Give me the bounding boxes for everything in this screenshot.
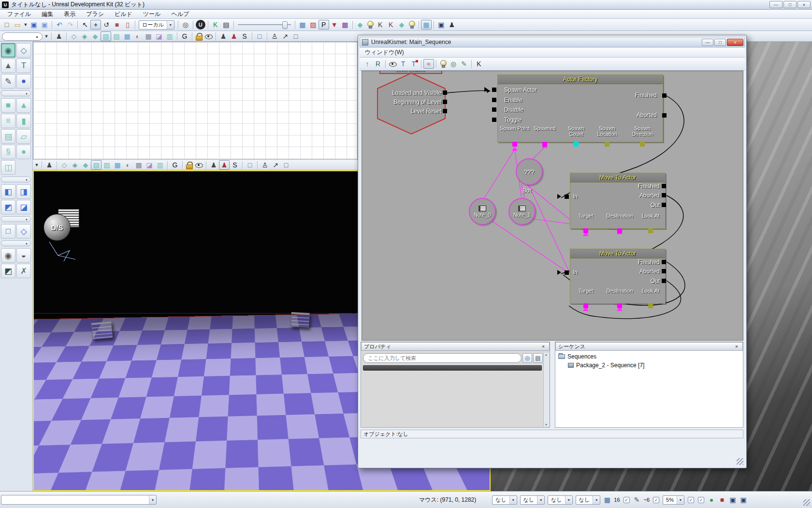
perspective-camera-button[interactable]: ♟ [218,31,229,41]
brush-wireframe-mode-button[interactable]: ◈ [79,31,90,41]
camera-mode-button[interactable]: ◉ [1,43,15,58]
unreal-camera-button[interactable]: ♟ [219,160,230,170]
add-volume-button[interactable]: ◇ [16,224,31,239]
square-toggle-button[interactable]: □ [254,31,265,41]
variable-port[interactable] [617,228,622,233]
brush-wireframe-mode-button[interactable]: ◈ [70,160,80,170]
csg-add-button[interactable]: ◧ [1,184,15,199]
variable-port[interactable] [583,228,588,233]
rotation-snap-icon[interactable]: ✎ [632,495,642,505]
perspective-camera-button[interactable]: ♟ [208,160,219,170]
status-combo-1[interactable]: なし▼ [492,495,517,505]
lighting-quality-button[interactable] [408,20,415,29]
autosave-checkbox[interactable]: ✓ [698,497,704,503]
update-node-button[interactable]: ✎ [459,59,469,69]
sheet-brush-button[interactable]: ▱ [16,129,31,144]
kismet-close-button[interactable]: × [727,39,743,46]
curved-connections-toggle[interactable]: ≈ [423,59,434,69]
kismet-menu-window[interactable]: ウィンドウ(W) [360,48,409,57]
status-combo-3[interactable]: なし▼ [548,495,573,505]
variable-port[interactable] [617,303,622,308]
kismet-graph-canvas[interactable]: Level Loaded Loaded and Visible Beginnin… [362,71,743,341]
sequences-panel-header[interactable]: シーケンス × [555,342,743,351]
detail-lighting-button[interactable]: ▨ [111,31,122,41]
palette-collapse-brushes[interactable]: ▲ [1,177,31,182]
translate-tool-button[interactable]: + [90,20,101,30]
input-port[interactable] [565,194,569,199]
properties-close-button[interactable]: × [540,343,547,350]
redo-button[interactable]: ↷ [65,20,75,30]
input-port[interactable] [492,88,496,92]
lock-viewport-icon[interactable] [196,32,202,40]
variable-port[interactable] [583,303,588,308]
texture-density-button[interactable]: ▥ [164,31,175,41]
viewport-menu-button[interactable]: ▼ [44,31,49,41]
minimize-button[interactable]: — [769,1,783,8]
cylinder-brush-button[interactable]: ▮ [16,114,31,128]
menu-tools[interactable]: ツール [138,10,166,19]
hide-connectors-icon[interactable] [389,60,397,68]
grid-size-value[interactable]: 16 [612,497,621,503]
lightmap-density-button[interactable]: ◪ [154,31,164,41]
variable-port[interactable] [648,303,653,308]
output-port[interactable] [662,269,666,273]
search-sequence-button[interactable]: ◎ [448,59,459,69]
maximize-button[interactable]: □ [783,1,797,8]
wireframe-mode-button[interactable]: ◇ [59,160,70,170]
rotation-snap-value[interactable]: ~6 [642,497,652,503]
unreal-camera-button[interactable]: ♟ [229,31,239,41]
show-flags-icon[interactable] [204,32,213,40]
note0-variable-node[interactable]: Note_0 [469,198,496,225]
build-paths-button[interactable]: K [375,20,386,30]
menu-brush[interactable]: ブラシ [81,10,109,19]
grid-snap-icon[interactable]: ▦ [602,495,612,505]
build-all-button[interactable]: ◆ [396,20,407,30]
variable-port[interactable] [648,228,653,233]
sequences-close-button[interactable]: × [733,343,740,350]
source-control-icon[interactable]: ■ [717,495,727,505]
property-category-bar[interactable] [363,365,542,371]
status-left-combo[interactable]: ▼ [1,495,157,505]
float-viewport-button[interactable]: □ [290,31,301,41]
lightmap-density-button[interactable]: ◪ [144,160,155,170]
square-toggle-button[interactable]: □ [245,160,255,170]
hide-unselected-button[interactable]: ✗ [16,264,31,278]
player-start-button[interactable]: ♙ [260,160,270,170]
translucency-toggle-button[interactable]: ▨ [308,20,319,30]
lighting-only-button[interactable]: ▦ [122,31,132,41]
input-port[interactable] [565,270,569,275]
shader-complexity-button[interactable]: ▩ [133,160,144,170]
remote-control-button[interactable]: ▣ [436,20,447,30]
parent-sequence-button[interactable]: ↑ [362,59,373,69]
wireframe-viewport[interactable] [33,42,358,160]
tree-row-sequences[interactable]: Sequences [555,352,743,361]
open-matinee-button[interactable]: ▤ [221,20,232,30]
event-output-port[interactable] [443,109,447,113]
rotate-tool-button[interactable]: ↺ [101,20,112,30]
scale-tool-button[interactable]: ■ [112,20,122,30]
rotation-snap-checkbox[interactable]: ✓ [653,497,659,503]
properties-panel-header[interactable]: プロパティ × [361,342,550,351]
open-map-button[interactable]: ▭ [12,20,23,30]
rename-sequence-button[interactable]: R [373,59,383,69]
status-combo-2[interactable]: なし▼ [520,495,545,505]
show-selected-button[interactable]: ◉ [1,248,15,263]
undo-button[interactable]: ↶ [54,20,65,30]
input-port[interactable] [492,107,496,112]
variable-port[interactable] [605,142,609,147]
bot-variable-node[interactable]: ??? [516,158,543,185]
texture-density-button[interactable]: ▥ [155,160,165,170]
event-output-port[interactable] [443,90,447,95]
texture-align-mode-button[interactable]: ✎ [1,74,15,89]
build-cover-button[interactable]: K [386,20,396,30]
move-to-actor-node-2[interactable]: Move To Actor [570,249,666,304]
scale-snap-combo[interactable]: 5%▼ [663,495,684,505]
expand-categories-icon[interactable]: ▤ [533,353,543,363]
variable-port[interactable] [640,142,645,147]
maximize-viewport-button[interactable]: ↗ [280,31,290,41]
unlit-mode-button[interactable]: ◆ [80,160,91,170]
scale-grid-button[interactable]: S [239,31,250,41]
network-status-icon[interactable]: ▣ [738,495,749,505]
note-actor[interactable] [91,321,113,340]
open-kismet-button[interactable]: K [210,20,221,30]
